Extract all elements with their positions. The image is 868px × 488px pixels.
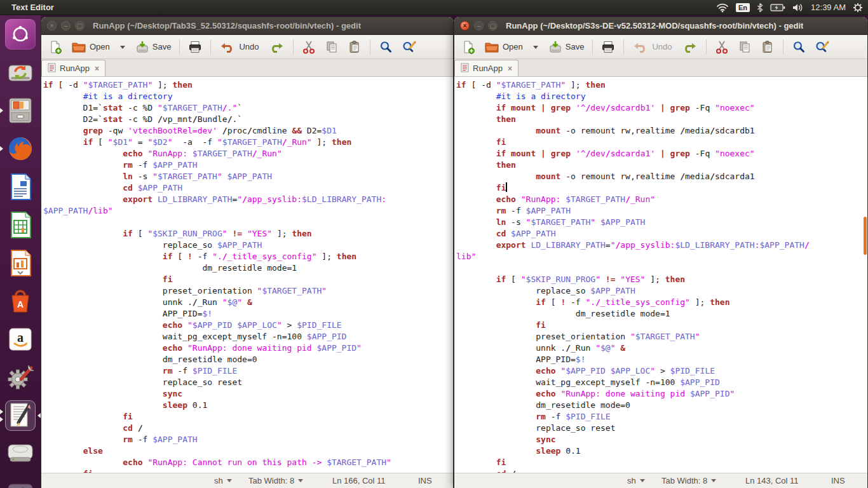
launcher-item-libreoffice-impress[interactable]	[0, 245, 41, 281]
undo-button[interactable]: Undo	[215, 38, 262, 56]
code-line: replace_so reset	[43, 377, 453, 388]
code-line: export LD_LIBRARY_PATH="/app_syslib:$LD_…	[456, 240, 867, 251]
code-line: if [ "$SKIP_RUN_PROG" != "YES" ]; then	[456, 274, 867, 285]
language-selector[interactable]: sh	[627, 476, 645, 485]
document-icon	[48, 63, 56, 74]
focused-indicator	[37, 413, 41, 418]
save-button[interactable]: Save	[132, 38, 175, 56]
redo-button[interactable]	[264, 38, 288, 56]
code-line: #it is a directory	[43, 91, 453, 102]
maximize-button[interactable]: ▢	[75, 21, 85, 30]
indicator-tray: En 12:39 AM	[716, 3, 868, 13]
code-line: echo "RunApp: $TARGET_PATH/_Run"	[43, 148, 453, 159]
wifi-icon[interactable]	[716, 3, 729, 13]
close-button[interactable]: ×	[460, 21, 470, 30]
find-button[interactable]	[375, 38, 397, 56]
volume-icon[interactable]	[792, 3, 804, 12]
insert-mode-indicator[interactable]: INS	[831, 476, 845, 485]
code-line: if mount | grep '^/dev/sdcarda1' | grep …	[456, 148, 867, 159]
editor-area[interactable]: if [ -d "$TARGET_PATH" ]; then #it is a …	[454, 77, 867, 473]
code-line: sync	[456, 434, 867, 445]
paste-button[interactable]	[344, 38, 365, 56]
chevron-down-icon	[227, 479, 232, 482]
tab-runapp[interactable]: RunApp ×	[41, 60, 105, 76]
tab-close-button[interactable]: ×	[95, 64, 99, 73]
code-line: else	[43, 445, 453, 457]
launcher-item-libreoffice-writer[interactable]	[0, 169, 41, 205]
chevron-down-icon	[298, 479, 303, 482]
minimize-button[interactable]: –	[474, 21, 484, 30]
toolbar-separator	[293, 39, 294, 55]
session-gear-icon[interactable]	[853, 3, 863, 13]
maximize-button[interactable]: ▢	[488, 21, 498, 30]
code-line: dm_resetidle mode=0	[43, 354, 453, 365]
svg-text:a: a	[17, 330, 24, 344]
code-line: #it is a directory	[456, 91, 867, 102]
tab-width-selector[interactable]: Tab Width: 8	[248, 476, 303, 485]
panel-app-title: Text Editor	[0, 3, 54, 12]
new-file-button[interactable]	[458, 38, 479, 56]
launcher-item-ubuntu-software-center[interactable]: A	[0, 283, 41, 319]
code-line: echo "RunApp: done waiting pid $APP_PID"	[43, 342, 453, 354]
open-dropdown-button[interactable]	[528, 42, 543, 52]
code-line: sleep 0.1	[43, 400, 453, 411]
launcher-item-hard-drive[interactable]	[0, 436, 41, 471]
launcher-item-file-manager[interactable]	[0, 93, 41, 128]
top-panel: Text Editor En 12:39 AM	[0, 0, 868, 15]
launcher-item-dash-home[interactable]	[0, 17, 41, 52]
cut-button[interactable]	[298, 38, 320, 56]
code-line: cd $APP_PATH	[43, 182, 453, 194]
editor-area[interactable]: if [ -d "$TARGET_PATH" ]; then #it is a …	[41, 77, 453, 473]
launcher-item-firefox[interactable]	[0, 131, 41, 166]
toolbar-separator	[179, 39, 180, 55]
tab-close-button[interactable]: ×	[508, 64, 512, 73]
launcher-item-usb-drive[interactable]	[0, 474, 41, 488]
battery-icon[interactable]	[770, 3, 785, 12]
window-title: RunApp (~/Desktop/Tab3S_52.50312/squashf…	[93, 21, 361, 30]
minimize-button[interactable]: –	[61, 21, 71, 30]
cut-button[interactable]	[711, 38, 733, 56]
open-button[interactable]: Open	[67, 38, 114, 56]
code-line: if [ -d "$TARGET_PATH" ]; then	[456, 79, 867, 91]
tab-label: RunApp	[60, 64, 90, 73]
redo-button[interactable]	[677, 38, 702, 56]
clock[interactable]: 12:39 AM	[811, 3, 846, 12]
code-line: lib"	[456, 251, 867, 262]
copy-button[interactable]	[734, 38, 756, 56]
toolbar-separator	[210, 39, 211, 55]
launcher-item-software-updater[interactable]	[0, 55, 41, 90]
launcher-item-libreoffice-calc[interactable]	[0, 207, 41, 243]
code-line: then	[456, 159, 867, 171]
launcher-item-system-settings[interactable]	[0, 360, 41, 395]
bluetooth-icon[interactable]	[757, 3, 763, 13]
launcher-item-gedit[interactable]	[0, 398, 41, 433]
print-button[interactable]	[184, 38, 206, 56]
paste-button[interactable]	[757, 38, 778, 56]
find-button[interactable]	[788, 38, 810, 56]
copy-button[interactable]	[321, 38, 342, 56]
replace-button[interactable]	[811, 38, 834, 56]
code-line: sleep 0.1	[456, 445, 867, 457]
close-button[interactable]: ×	[47, 21, 57, 30]
tab-runapp[interactable]: RunApp ×	[454, 60, 519, 76]
new-file-button[interactable]	[44, 38, 66, 56]
language-selector[interactable]: sh	[214, 476, 232, 485]
open-dropdown-button[interactable]	[115, 42, 130, 52]
print-button[interactable]	[597, 38, 619, 56]
replace-button[interactable]	[398, 38, 421, 56]
scrollbar-thumb[interactable]	[864, 217, 867, 255]
code-line: if [ "$SKIP_RUN_PROG" != "YES" ]; then	[43, 228, 453, 240]
open-button[interactable]: Open	[480, 38, 527, 56]
code-line: fi	[456, 457, 867, 468]
keyboard-layout-indicator[interactable]: En	[736, 3, 750, 12]
undo-button[interactable]: Undo	[628, 38, 675, 56]
insert-mode-indicator[interactable]: INS	[418, 476, 432, 485]
launcher-item-amazon[interactable]: a	[0, 322, 41, 357]
title-bar[interactable]: × – ▢ RunApp (~/Desktop/Tab3S_52.50312/s…	[41, 17, 453, 35]
code-line: if [ ! -f "./_title_sys_config" ]; then	[456, 297, 867, 308]
toolbar: OpenSaveUndo	[454, 35, 867, 59]
title-bar[interactable]: × – ▢ RunApp (~/Desktop/S3s-DE-v52.50312…	[454, 17, 867, 35]
code-line: cd $APP_PATH	[456, 228, 867, 240]
tab-width-selector[interactable]: Tab Width: 8	[661, 476, 716, 485]
save-button[interactable]: Save	[545, 38, 588, 56]
